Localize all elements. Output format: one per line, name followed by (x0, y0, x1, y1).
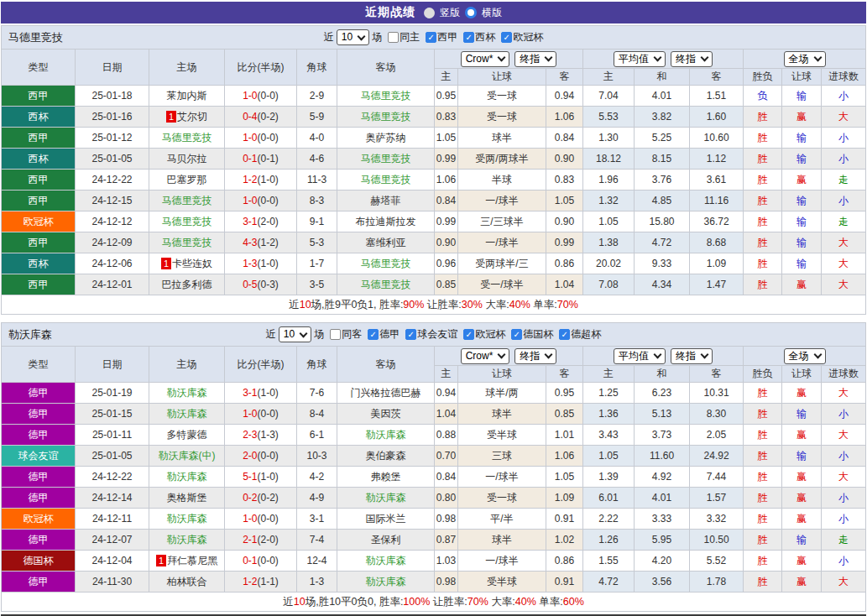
league-checkbox[interactable]: ✓球会友谊 (405, 327, 457, 342)
final-index-select[interactable]: 终指 (671, 348, 713, 364)
checked-checkbox-icon[interactable]: ✓ (426, 32, 436, 43)
unchecked-checkbox-icon[interactable] (388, 32, 399, 43)
avg-home-odds: 3.43 (583, 425, 635, 446)
unchecked-checkbox-icon[interactable] (330, 329, 341, 340)
home-team[interactable]: 勒沃库森 (149, 530, 225, 551)
home-team[interactable]: 勒沃库森 (149, 404, 225, 425)
sections-container: 马德里竞技近10场同主✓西甲✓西杯✓欧冠杯类型日期主场比分(半场)角球客场Cro… (0, 25, 867, 612)
home-team[interactable]: 马贝尔拉 (149, 149, 225, 170)
average-select[interactable]: 平均值 (614, 348, 666, 364)
horizontal-layout-radio[interactable] (465, 7, 477, 18)
home-team[interactable]: 马德里竞技 (149, 211, 225, 232)
match-row: 西杯24-12-061卡些连奴1-3(1-0)1-7马德里竞技0.96受两球半/… (2, 253, 866, 274)
match-score[interactable]: 0-1(0-0) (225, 551, 297, 572)
home-team[interactable]: 马德里竞技 (149, 232, 225, 253)
match-score[interactable]: 0-5(0-3) (225, 274, 297, 295)
vertical-layout-radio[interactable] (424, 8, 435, 18)
away-team[interactable]: 奥萨苏纳 (337, 128, 435, 149)
away-team[interactable]: 国际米兰 (337, 509, 435, 530)
match-score[interactable]: 2-3(1-3) (225, 425, 297, 446)
match-score[interactable]: 2-1(2-0) (225, 530, 297, 551)
final-index-select[interactable]: 终指 (514, 51, 556, 67)
match-score[interactable]: 1-0(0-0) (225, 191, 297, 211)
away-team[interactable]: 美因茨 (337, 404, 435, 425)
summary-segment: 大率: (488, 596, 515, 608)
checked-checkbox-icon[interactable]: ✓ (463, 329, 474, 340)
home-team[interactable]: 1卡些连奴 (149, 253, 225, 274)
match-score[interactable]: 3-1(1-0) (225, 383, 297, 404)
match-score[interactable]: 0-1(0-1) (225, 149, 297, 170)
home-team[interactable]: 勒沃库森 (149, 467, 225, 488)
match-score[interactable]: 2-0(0-0) (225, 446, 297, 467)
recent-count-select[interactable]: 10 (337, 29, 369, 45)
away-team[interactable]: 门兴格拉德巴赫 (337, 383, 435, 404)
away-team[interactable]: 勒沃库森 (337, 572, 435, 593)
average-select[interactable]: 平均值 (614, 51, 666, 67)
home-team[interactable]: 勒沃库森 (149, 509, 225, 530)
away-team[interactable]: 马德里竞技 (337, 274, 435, 295)
home-team[interactable]: 多特蒙德 (149, 425, 225, 446)
away-team[interactable]: 弗赖堡 (337, 467, 435, 488)
final-index-select[interactable]: 终指 (671, 51, 713, 67)
match-score[interactable]: 1-2(1-0) (225, 170, 297, 191)
league-checkbox[interactable]: 同主 (388, 30, 420, 44)
away-team[interactable]: 勒沃库森 (337, 488, 435, 509)
checked-checkbox-icon[interactable]: ✓ (511, 329, 522, 340)
away-team[interactable]: 奥伯豪森 (337, 446, 435, 467)
home-team[interactable]: 勒沃库森 (149, 383, 225, 404)
checked-checkbox-icon[interactable]: ✓ (463, 32, 474, 43)
away-team[interactable]: 马德里竞技 (337, 170, 435, 191)
home-team[interactable]: 1艾尔切 (149, 107, 225, 128)
away-team[interactable]: 塞维利亚 (337, 232, 435, 253)
away-team[interactable]: 勒沃库森 (337, 551, 435, 572)
home-team[interactable]: 柏林联合 (149, 572, 225, 593)
match-score[interactable]: 3-1(2-0) (225, 211, 297, 232)
league-checkbox[interactable]: 同客 (330, 327, 362, 342)
home-team[interactable]: 1拜仁慕尼黑 (149, 551, 225, 572)
league-checkbox[interactable]: ✓德国杯 (511, 327, 553, 342)
league-checkbox[interactable]: ✓欧冠杯 (463, 327, 505, 342)
home-team[interactable]: 勒沃库森(中) (149, 446, 225, 467)
checked-checkbox-icon[interactable]: ✓ (405, 329, 416, 340)
away-team[interactable]: 马德里竞技 (337, 253, 435, 274)
odds-source-select[interactable]: Crow* (461, 51, 510, 67)
away-team[interactable]: 勒沃库森 (337, 425, 435, 446)
away-team-name: 马德里竞技 (361, 90, 411, 102)
full-match-select[interactable]: 全场 (784, 348, 826, 364)
home-team[interactable]: 巴拉多利德 (149, 274, 225, 295)
league-checkbox[interactable]: ✓西甲 (426, 30, 457, 44)
home-team[interactable]: 马德里竞技 (149, 191, 225, 211)
match-score[interactable]: 1-0(0-0) (225, 404, 297, 425)
away-team[interactable]: 马德里竞技 (337, 149, 435, 170)
match-score[interactable]: 5-1(1-0) (225, 467, 297, 488)
match-score[interactable]: 1-3(1-0) (225, 253, 297, 274)
odds-source-select[interactable]: Crow* (461, 348, 510, 364)
checked-checkbox-icon[interactable]: ✓ (368, 329, 379, 340)
home-team[interactable]: 巴塞罗那 (149, 170, 225, 191)
match-score[interactable]: 0-2(0-2) (225, 488, 297, 509)
recent-count-select[interactable]: 10 (279, 326, 311, 342)
home-team[interactable]: 马德里竞技 (149, 128, 225, 149)
full-match-select[interactable]: 全场 (784, 51, 826, 67)
match-score[interactable]: 0-4(0-2) (225, 107, 297, 128)
match-score[interactable]: 1-0(0-0) (225, 509, 297, 530)
home-team[interactable]: 莱加内斯 (149, 86, 225, 107)
checked-checkbox-icon[interactable]: ✓ (559, 329, 570, 340)
match-score[interactable]: 4-3(1-2) (225, 232, 297, 253)
league-checkbox[interactable]: ✓德超杯 (559, 327, 601, 342)
home-team[interactable]: 奥格斯堡 (149, 488, 225, 509)
league-checkbox[interactable]: ✓欧冠杯 (501, 30, 543, 44)
match-row: 西甲25-01-18莱加内斯1-0(0-0)2-9马德里竞技0.95受一球0.9… (2, 86, 866, 107)
match-score[interactable]: 1-2(1-1) (225, 572, 297, 593)
away-team[interactable]: 布拉迪斯拉发 (337, 211, 435, 232)
final-index-select[interactable]: 终指 (514, 348, 556, 364)
away-team[interactable]: 马德里竞技 (337, 86, 435, 107)
league-checkbox[interactable]: ✓德甲 (368, 327, 400, 342)
match-score[interactable]: 1-0(0-0) (225, 128, 297, 149)
away-team[interactable]: 马德里竞技 (337, 107, 435, 128)
league-checkbox[interactable]: ✓西杯 (463, 30, 495, 44)
away-team[interactable]: 圣保利 (337, 530, 435, 551)
checked-checkbox-icon[interactable]: ✓ (501, 32, 512, 43)
match-score[interactable]: 1-0(0-0) (225, 86, 297, 107)
away-team[interactable]: 赫塔菲 (337, 191, 435, 211)
